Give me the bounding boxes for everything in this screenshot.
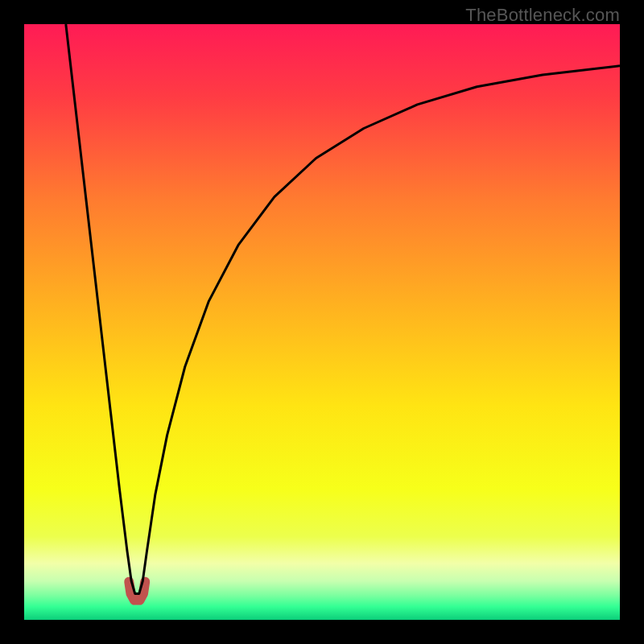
curves-layer (24, 24, 620, 620)
series-bottleneck-curve (66, 24, 620, 593)
plot-area (24, 24, 620, 620)
watermark-text: TheBottleneck.com (465, 5, 620, 26)
chart-frame: TheBottleneck.com (0, 0, 644, 644)
